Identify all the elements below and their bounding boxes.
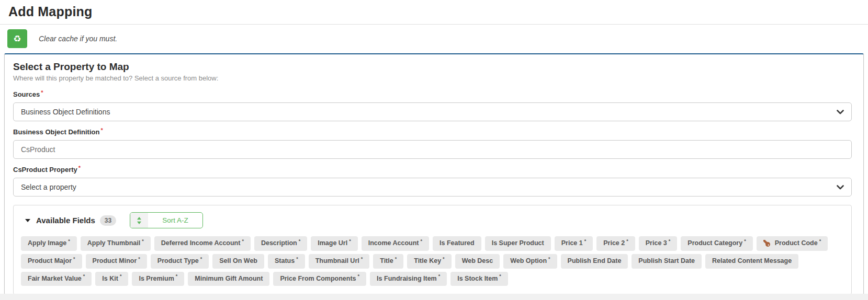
chip-required-marker: * — [819, 239, 821, 244]
field-chip-label: Publish End Date — [568, 258, 622, 265]
field-chip[interactable]: Web Option* — [503, 254, 557, 269]
chip-required-marker: * — [499, 274, 501, 279]
field-chip-label: Product Type — [157, 258, 199, 265]
page-title: Add Mapping — [8, 4, 868, 19]
field-chip-label: Is Premium — [139, 275, 174, 283]
clear-cache-row: ♻ Clear cache if you must. — [0, 25, 868, 53]
field-chip[interactable]: Apply Thumbnail* — [81, 236, 151, 251]
select-property-panel: Select a Property to Map Where will this… — [4, 53, 864, 295]
field-chip[interactable]: Minimum Gift Amount — [188, 272, 269, 286]
field-chip[interactable]: Is Fundraising Item* — [370, 272, 447, 286]
field-chip-label: Minimum Gift Amount — [195, 275, 263, 283]
field-chip[interactable]: Product Minor* — [86, 254, 147, 269]
field-chip-label: Status — [275, 258, 295, 265]
field-chip[interactable]: Status* — [268, 254, 305, 269]
chip-required-marker: * — [73, 257, 75, 262]
csproduct-property-label: CsProduct Property* — [13, 166, 852, 174]
chip-required-marker: * — [438, 274, 441, 279]
field-chip[interactable]: Price 3* — [639, 236, 678, 251]
csproduct-property-select[interactable]: Select a property — [13, 178, 852, 197]
field-chip[interactable]: Is Premium* — [132, 272, 184, 286]
chip-required-marker: * — [361, 257, 363, 262]
field-chip-label: Title Key — [414, 258, 441, 265]
field-chip-label: Is Featured — [439, 240, 475, 247]
available-fields-count-badge: 33 — [100, 215, 116, 226]
field-chip-label: Price 2 — [603, 240, 625, 247]
field-chip[interactable]: Product Code* — [757, 236, 828, 251]
chip-required-marker: * — [358, 274, 360, 279]
page-header: Add Mapping — [0, 0, 868, 19]
chip-required-marker: * — [83, 274, 85, 279]
chip-required-marker: * — [296, 257, 298, 262]
cache-note-text: Clear cache if you must. — [39, 34, 117, 43]
required-asterisk: * — [78, 165, 81, 171]
chip-required-marker: * — [176, 274, 178, 279]
csproduct-property-select-value: Select a property — [21, 183, 76, 191]
clear-cache-button[interactable]: ♻ — [7, 29, 27, 48]
field-chip-label: Price 1 — [561, 240, 583, 247]
field-chip-label: Fair Market Value — [28, 275, 82, 283]
chip-required-marker: * — [68, 239, 70, 244]
field-chip[interactable]: Deferred Income Account* — [154, 236, 251, 251]
field-chip-label: Publish Start Date — [638, 258, 695, 265]
sources-label: Sources* — [13, 90, 852, 98]
chip-required-marker: * — [395, 257, 397, 262]
available-fields-header: Available Fields 33 Sort A-Z — [20, 211, 845, 228]
field-chip[interactable]: Is Stock Item* — [450, 272, 508, 286]
chip-required-marker: * — [349, 239, 351, 244]
chevron-down-icon — [837, 110, 844, 114]
field-chip[interactable]: Product Type* — [151, 254, 209, 269]
chip-required-marker: * — [200, 257, 202, 262]
field-chip[interactable]: Fair Market Value* — [21, 272, 92, 286]
field-chip-label: Apply Thumbnail — [87, 240, 140, 247]
business-object-definition-value: CsProduct — [21, 145, 55, 154]
field-chip-label: Web Desc — [462, 258, 493, 265]
field-chip[interactable]: Description* — [254, 236, 307, 251]
field-chip-label: Price From Components — [280, 275, 356, 283]
recycle-icon: ♻ — [13, 34, 21, 43]
field-chip[interactable]: Product Major* — [21, 254, 82, 269]
field-chip[interactable]: Price From Components* — [273, 272, 366, 286]
footer-strip — [0, 294, 868, 300]
chip-required-marker: * — [142, 239, 144, 244]
field-chip[interactable]: Thumbnail Url* — [309, 254, 370, 269]
chip-required-marker: * — [120, 274, 122, 279]
field-chip[interactable]: Web Desc — [455, 254, 500, 269]
field-chip-label: Product Code — [775, 240, 818, 247]
business-object-definition-input[interactable]: CsProduct — [13, 140, 852, 159]
field-chip-label: Sell On Web — [219, 258, 257, 265]
field-chip[interactable]: Image Url* — [311, 236, 357, 251]
sources-select[interactable]: Business Object Definitions — [13, 102, 852, 121]
field-chip-label: Product Minor — [93, 258, 137, 265]
chip-required-marker: * — [138, 257, 140, 262]
collapse-caret-icon[interactable] — [25, 219, 30, 222]
panel-title: Select a Property to Map — [13, 61, 852, 73]
field-chip[interactable]: Price 2* — [596, 236, 635, 251]
field-chip[interactable]: Apply Image* — [21, 236, 77, 251]
field-chip[interactable]: Sell On Web — [212, 254, 264, 269]
available-fields-box: Available Fields 33 Sort A-Z Apply Image… — [13, 205, 852, 295]
chip-required-marker: * — [443, 257, 445, 262]
field-chip[interactable]: Price 1* — [555, 236, 593, 251]
field-chip[interactable]: Is Kit* — [95, 272, 128, 286]
chip-required-marker: * — [548, 257, 550, 262]
field-chip-label: Web Option — [510, 258, 547, 265]
chip-required-marker: * — [669, 239, 671, 244]
required-asterisk: * — [100, 127, 103, 133]
field-chip[interactable]: Publish Start Date — [632, 254, 702, 269]
field-chip[interactable]: Title Key* — [407, 254, 451, 269]
sources-select-value: Business Object Definitions — [21, 108, 110, 116]
field-chip[interactable]: Income Account* — [362, 236, 429, 251]
field-chip[interactable]: Related Content Message — [705, 254, 798, 269]
field-chip[interactable]: Is Featured — [433, 236, 481, 251]
field-chip[interactable]: Is Super Product — [485, 236, 551, 251]
business-object-definition-label: Business Object Definition* — [13, 128, 852, 136]
available-fields-title: Available Fields — [36, 216, 95, 225]
sort-az-button[interactable]: Sort A-Z — [130, 212, 203, 228]
field-chip[interactable]: Publish End Date — [561, 254, 628, 269]
chip-required-marker: * — [299, 239, 301, 244]
field-chip[interactable]: Title* — [373, 254, 403, 269]
field-chip-label: Is Stock Item — [457, 275, 498, 283]
field-chip-label: Is Kit — [102, 275, 118, 283]
field-chip[interactable]: Product Category* — [681, 236, 752, 251]
